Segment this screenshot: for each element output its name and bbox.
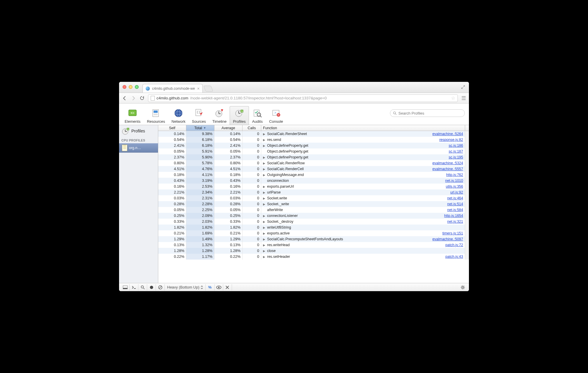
record-button[interactable] [147, 284, 156, 291]
disclosure-triangle-icon[interactable]: ▶ [263, 244, 266, 247]
disclosure-triangle-icon[interactable]: ▶ [263, 167, 266, 171]
header-average[interactable]: Average [214, 125, 243, 131]
sidebar-profile-item[interactable]: org.n… [119, 143, 158, 153]
search-input[interactable] [398, 111, 462, 115]
disclosure-triangle-icon[interactable]: ▶ [263, 197, 266, 200]
panel-network[interactable]: Network [168, 106, 189, 125]
focus-button[interactable] [214, 284, 223, 291]
disclosure-triangle-icon[interactable]: ▶ [263, 220, 266, 223]
sidebar-heading[interactable]: % Profiles [119, 125, 158, 137]
view-mode-select[interactable]: Heavy (Bottom Up) [165, 284, 206, 291]
table-row[interactable]: 0.25%2.09%0.25%0▶connectionListenerhttp.… [158, 213, 469, 219]
source-link[interactable]: net.js:1010 [445, 179, 465, 183]
table-row[interactable]: 0.43%3.19%0.43%0onconnectionnet.js:1010 [158, 178, 469, 184]
scrollbar-track[interactable] [465, 148, 469, 154]
header-function[interactable]: Function [261, 125, 465, 131]
table-row[interactable]: 1.82%1.82%1.82%0▶writeUtf8String [158, 225, 469, 230]
source-link[interactable]: timers.js:151 [442, 231, 465, 235]
table-row[interactable]: 0.18%4.11%0.18%0▶OutgoingMessage.endhttp… [158, 172, 469, 178]
settings-button[interactable] [458, 284, 467, 291]
disclosure-triangle-icon[interactable]: ▶ [263, 203, 266, 206]
search-profiles-field[interactable] [390, 109, 465, 117]
chrome-menu-button[interactable]: ☰ [461, 95, 466, 101]
disclosure-triangle-icon[interactable]: ▶ [263, 185, 266, 188]
source-link[interactable]: sc.js:195 [449, 155, 465, 159]
source-link[interactable]: http.js:1654 [444, 214, 465, 218]
panel-sources[interactable]: { } Sources [189, 106, 209, 125]
table-body[interactable]: 0.14%9.38%0.14%0▶SocialCalc.RenderSheete… [158, 131, 469, 283]
panel-audits[interactable]: Audits [249, 106, 266, 125]
disclosure-triangle-icon[interactable]: ▶ [263, 132, 266, 136]
table-row[interactable]: 1.28%1.28%1.28%0▶close [158, 248, 469, 254]
table-row[interactable]: 2.41%6.18%2.41%0▶Object.defineProperty.g… [158, 143, 469, 148]
table-row[interactable]: 0.54%6.18%0.54%0▶res.sendresponse.js:82 [158, 137, 469, 143]
table-row[interactable]: 0.21%1.69%0.21%0▶exports.activetimers.js… [158, 230, 469, 236]
scrollbar-track[interactable] [465, 225, 469, 230]
scrollbar-track[interactable] [465, 131, 469, 137]
table-row[interactable]: 0.05%2.25%0.05%0afterWritenet.js:584 [158, 207, 469, 213]
scrollbar-track[interactable] [465, 178, 469, 184]
table-row[interactable]: 2.37%5.90%2.37%0▶Object.defineProperty.g… [158, 154, 469, 160]
scrollbar-track[interactable] [465, 242, 469, 248]
header-calls[interactable]: Calls [243, 125, 261, 131]
source-link[interactable]: sc.js:186 [449, 144, 465, 148]
table-row[interactable]: 0.28%2.28%0.28%0▶Socket._writenet.js:514 [158, 201, 469, 207]
source-link[interactable]: evalmachine.:5557 [432, 167, 465, 171]
source-link[interactable]: net.js:464 [447, 196, 465, 200]
scrollbar-track[interactable] [465, 248, 469, 254]
window-minimize-button[interactable] [129, 85, 133, 89]
browser-tab[interactable]: c4milo.github.com/node-we × [142, 84, 203, 93]
source-link[interactable]: utils.js:356 [446, 184, 465, 189]
disclosure-triangle-icon[interactable]: ▶ [263, 255, 266, 258]
disclosure-triangle-icon[interactable]: ▶ [263, 162, 266, 165]
table-row[interactable]: 2.21%2.34%2.21%0▶urlParseurl.js:92 [158, 189, 469, 195]
exclude-button[interactable] [223, 284, 232, 291]
source-link[interactable]: evalmachine.:5097 [432, 237, 465, 241]
table-row[interactable]: 0.13%1.32%0.13%0▶res.writeHeadpatch.js:7… [158, 242, 469, 248]
table-row[interactable]: 0.14%9.38%0.14%0▶SocialCalc.RenderSheete… [158, 131, 469, 137]
back-button[interactable] [122, 96, 127, 101]
panel-elements[interactable]: <≡ Elements [121, 106, 144, 125]
source-link[interactable]: patch.js:72 [446, 243, 465, 247]
scrollbar-track[interactable] [465, 201, 469, 207]
disclosure-triangle-icon[interactable]: ▶ [263, 249, 266, 253]
scrollbar-track[interactable] [465, 137, 469, 143]
table-row[interactable]: 0.80%5.78%0.80%0▶SocialCalc.RenderRoweva… [158, 160, 469, 166]
scrollbar-track[interactable] [465, 236, 469, 242]
scrollbar-track[interactable] [465, 213, 469, 219]
show-console-button[interactable] [130, 284, 138, 291]
source-link[interactable]: sc.js:187 [449, 149, 465, 153]
address-bar[interactable]: c4milo.github.com/node-webkit-agent/21.0… [148, 94, 458, 102]
header-total[interactable]: Total▼ [186, 125, 214, 131]
source-link[interactable]: url.js:92 [450, 190, 465, 194]
scrollbar-track[interactable] [465, 160, 469, 166]
source-link[interactable]: evalmachine.:5324 [432, 161, 465, 165]
disclosure-triangle-icon[interactable]: ▶ [263, 173, 266, 177]
panel-console[interactable]: >_ Console [266, 106, 286, 125]
bookmark-star-icon[interactable]: ☆ [451, 95, 455, 101]
disclosure-triangle-icon[interactable]: ▶ [263, 156, 266, 159]
scrollbar-track[interactable] [465, 184, 469, 189]
source-link[interactable]: net.js:321 [447, 220, 465, 224]
source-link[interactable]: response.js:82 [439, 138, 465, 142]
tab-close-button[interactable]: × [197, 86, 200, 91]
scrollbar-track[interactable] [465, 189, 469, 195]
disclosure-triangle-icon[interactable]: ▶ [263, 191, 266, 194]
table-row[interactable]: 1.29%1.49%1.29%0▶SocialCalc.PrecomputeSh… [158, 236, 469, 242]
reload-button[interactable] [140, 96, 145, 101]
scrollbar-track[interactable] [465, 154, 469, 160]
source-link[interactable]: net.js:584 [447, 208, 465, 212]
panel-timeline[interactable]: Timeline [209, 106, 230, 125]
scrollbar-track[interactable] [465, 254, 469, 260]
disclosure-triangle-icon[interactable]: ▶ [263, 214, 266, 217]
source-link[interactable]: evalmachine.:5264 [432, 132, 465, 136]
new-tab-button[interactable] [204, 86, 213, 91]
table-row[interactable]: 0.05%5.91%0.05%0Object.defineProperty.ge… [158, 148, 469, 154]
disclosure-triangle-icon[interactable]: ▶ [263, 232, 266, 235]
panel-resources[interactable]: Resources [144, 106, 168, 125]
disclosure-triangle-icon[interactable]: ▶ [263, 238, 266, 241]
source-link[interactable]: net.js:514 [447, 202, 465, 206]
scrollbar-track[interactable] [465, 172, 469, 178]
table-row[interactable]: 0.03%2.31%0.03%0▶Socket.writenet.js:464 [158, 195, 469, 201]
scrollbar-track[interactable] [465, 195, 469, 201]
